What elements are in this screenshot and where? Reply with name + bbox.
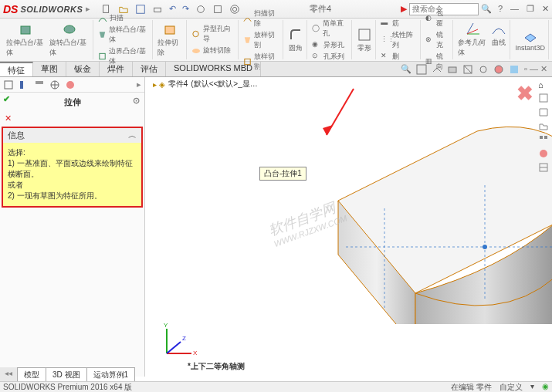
search-icon[interactable]: 🔍 (481, 4, 492, 14)
dimxpert-icon[interactable] (49, 79, 60, 90)
delete-button[interactable]: ✕删 (381, 52, 417, 62)
status-custom[interactable]: 自定义 (500, 382, 523, 392)
breadcrumb[interactable]: ▸ ◈ 零件4 (默认<<默认>_显… (153, 79, 258, 90)
svg-point-8 (64, 25, 75, 33)
svg-point-3 (198, 5, 205, 12)
chevron-right-icon[interactable]: ▸ (86, 4, 90, 14)
panel-tabs: ▸ (0, 77, 144, 93)
svg-text:Z: Z (182, 335, 186, 342)
tab-mbd[interactable]: SOLIDWORKS MBD (166, 62, 261, 76)
zoom-icon[interactable]: 🔍 (401, 64, 411, 74)
display-style-icon[interactable] (447, 64, 458, 75)
appearance-icon[interactable] (493, 64, 504, 75)
feature-tree-icon[interactable] (3, 79, 14, 90)
loft-cut-button[interactable]: 放样切割 (243, 30, 279, 50)
loft-button[interactable]: 放样凸台/基体 (98, 25, 149, 45)
revolve-boss-button[interactable]: 旋转凸台/基体 (49, 22, 90, 58)
minimize-icon[interactable]: — (510, 4, 519, 14)
tab-sketch[interactable]: 草图 (33, 62, 66, 76)
svg-rect-19 (449, 67, 456, 73)
taskpane-custom-props-icon[interactable] (538, 162, 549, 173)
collapse-chevron-icon[interactable]: ︿ (128, 130, 137, 141)
svg-line-42 (167, 342, 181, 353)
scene-icon[interactable] (509, 64, 520, 75)
info-header[interactable]: 信息 ︿ (3, 128, 141, 143)
section-view-icon[interactable] (462, 64, 473, 75)
taskpane-appearances-icon[interactable] (538, 148, 549, 159)
tab-model[interactable]: 模型 (17, 367, 46, 381)
cancel-button[interactable]: ✕ (0, 112, 144, 125)
redo-icon[interactable]: ↷ (182, 4, 189, 14)
taskpane-file-explorer-icon[interactable] (538, 120, 549, 131)
status-expand-icon[interactable]: ◉ (542, 382, 549, 392)
revolve-cut-button[interactable]: 旋转切除 (191, 46, 234, 56)
svg-text:X: X (193, 350, 198, 357)
view-orientation-icon[interactable] (432, 64, 442, 75)
close-icon[interactable]: ✕ (542, 4, 549, 14)
undo-icon[interactable]: ↶ (169, 4, 176, 14)
svg-rect-14 (359, 29, 370, 40)
tab-evaluate[interactable]: 评估 (133, 62, 166, 76)
fillet-button[interactable]: 圆角 (288, 27, 303, 53)
svg-point-47 (540, 150, 547, 157)
print-icon[interactable] (152, 4, 163, 15)
extrude-cut-button[interactable]: 拉伸切除 (157, 22, 183, 58)
linear-pattern-button[interactable]: ⋮⋮线性阵列 (381, 30, 417, 50)
rebuild-icon[interactable] (212, 4, 223, 15)
close-viewport-icon[interactable]: ✖ (516, 82, 533, 106)
restore-icon[interactable]: ❐ (527, 4, 534, 14)
svg-rect-45 (540, 136, 543, 139)
svg-rect-9 (100, 53, 105, 59)
svg-rect-44 (540, 94, 547, 102)
svg-point-35 (483, 245, 487, 249)
feature-tooltip: 凸台-拉伸1 (259, 167, 306, 181)
status-units-icon[interactable]: ▾ (530, 382, 534, 392)
shell-button[interactable]: 零形 (357, 27, 372, 53)
sweep-button[interactable]: 扫描 (98, 13, 149, 23)
display-manager-icon[interactable] (65, 79, 76, 90)
hole-wizard-button[interactable]: 异型孔向导 (191, 24, 234, 44)
svg-rect-0 (103, 5, 109, 12)
select-icon[interactable] (195, 4, 206, 15)
view-toolbar: 🔍 ▫ — ✕ (401, 62, 552, 76)
help-icon[interactable]: ? (498, 4, 503, 14)
tab-nav-prev-icon[interactable]: ◂◂ (0, 367, 17, 381)
zoom-fit-icon[interactable] (416, 64, 427, 75)
hide-show-icon[interactable] (478, 64, 489, 75)
tab-3dview[interactable]: 3D 视图 (46, 367, 87, 381)
intersect-button[interactable]: ⊗镜克 (425, 30, 449, 50)
rib-button[interactable]: ▬筋 (381, 19, 417, 29)
tab-sheetmetal[interactable]: 钣金 (66, 62, 100, 76)
taskpane-design-lib-icon[interactable] (538, 106, 549, 117)
status-version: SOLIDWORKS Premium 2016 x64 版 (3, 382, 132, 392)
advanced-hole-button[interactable]: ◉异形孔 (312, 40, 348, 50)
ok-icon[interactable]: ✔ (3, 94, 10, 104)
instant3d-button[interactable]: Instant3D (515, 28, 545, 52)
tab-motion-study[interactable]: 运动算例1 (86, 367, 136, 381)
svg-rect-27 (36, 81, 43, 84)
taskpane-view-palette-icon[interactable] (538, 134, 549, 145)
taskpane-resources-icon[interactable] (538, 93, 549, 103)
pin-icon[interactable]: ⊙ (133, 96, 140, 106)
property-manager-icon[interactable] (19, 79, 29, 90)
panel-expand-icon[interactable]: ▸ (137, 79, 141, 90)
search-toggle-icon[interactable]: ▶ (401, 4, 407, 14)
tab-weldment[interactable]: 焊件 (100, 62, 133, 76)
config-manager-icon[interactable] (34, 79, 45, 90)
view-triad[interactable]: Y X Z (159, 323, 198, 361)
svg-rect-10 (165, 26, 174, 34)
wrap-button[interactable]: ◐包覆 (425, 8, 449, 29)
sweep-cut-button[interactable]: 扫描切除 (243, 8, 279, 29)
hole-series-button[interactable]: ⊙孔系列 (312, 52, 348, 62)
graphics-viewport[interactable]: ▸ ◈ 零件4 (默认<<默认>_显… ✖ (145, 77, 552, 377)
svg-rect-4 (215, 5, 222, 12)
simple-hole-button[interactable]: ◯简单直孔 (312, 19, 348, 39)
collapse-icon[interactable]: ▫ — ✕ (524, 64, 547, 74)
ref-geometry-button[interactable]: 参考几何体 (458, 22, 489, 58)
options-icon[interactable] (229, 4, 240, 15)
tab-feature[interactable]: 特征 (0, 62, 33, 76)
svg-point-11 (193, 31, 198, 36)
extrude-boss-button[interactable]: 拉伸凸台/基体 (6, 22, 46, 58)
curves-button[interactable]: 曲线 (491, 22, 506, 58)
taskpane-home-icon[interactable]: ⌂ (538, 80, 550, 90)
